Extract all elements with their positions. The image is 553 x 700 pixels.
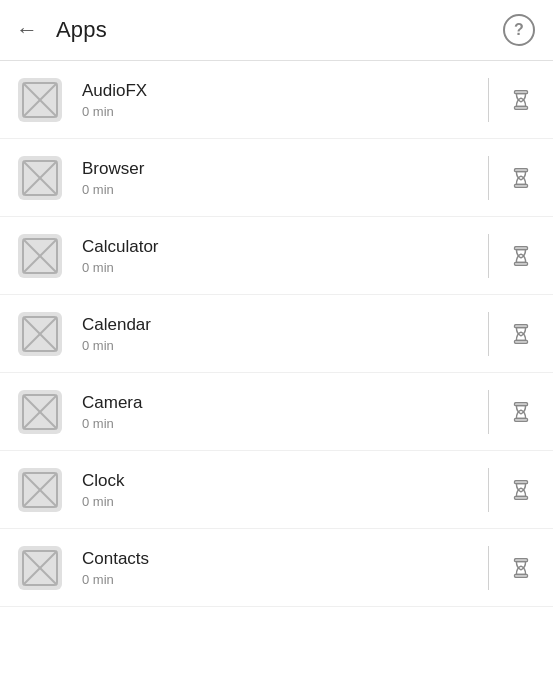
app-info: Contacts 0 min [82, 549, 470, 587]
app-time: 0 min [82, 338, 470, 353]
app-name: Calendar [82, 315, 470, 335]
vertical-divider [488, 234, 489, 278]
app-icon [16, 544, 64, 592]
hourglass-button[interactable] [507, 89, 535, 111]
back-arrow-icon: ← [16, 19, 38, 41]
hourglass-icon [510, 167, 532, 189]
page-title: Apps [56, 17, 107, 43]
hourglass-icon [510, 89, 532, 111]
app-icon [16, 154, 64, 202]
help-icon: ? [514, 21, 524, 39]
hourglass-icon [510, 479, 532, 501]
app-time: 0 min [82, 572, 470, 587]
app-name: Camera [82, 393, 470, 413]
app-time: 0 min [82, 104, 470, 119]
app-list-item[interactable]: Camera 0 min [0, 373, 553, 451]
app-info: Calculator 0 min [82, 237, 470, 275]
vertical-divider [488, 546, 489, 590]
app-list-item[interactable]: AudioFX 0 min [0, 61, 553, 139]
app-name: Clock [82, 471, 470, 491]
header-left: ← Apps [12, 15, 107, 45]
header: ← Apps ? [0, 0, 553, 61]
hourglass-button[interactable] [507, 401, 535, 423]
app-icon [16, 310, 64, 358]
app-list: AudioFX 0 min [0, 61, 553, 607]
app-icon [16, 388, 64, 436]
app-time: 0 min [82, 260, 470, 275]
app-info: Calendar 0 min [82, 315, 470, 353]
app-list-item[interactable]: Contacts 0 min [0, 529, 553, 607]
hourglass-button[interactable] [507, 245, 535, 267]
hourglass-icon [510, 245, 532, 267]
app-info: Clock 0 min [82, 471, 470, 509]
hourglass-button[interactable] [507, 557, 535, 579]
vertical-divider [488, 390, 489, 434]
hourglass-button[interactable] [507, 323, 535, 345]
app-list-item[interactable]: Clock 0 min [0, 451, 553, 529]
vertical-divider [488, 468, 489, 512]
app-name: Contacts [82, 549, 470, 569]
app-info: Browser 0 min [82, 159, 470, 197]
app-icon [16, 232, 64, 280]
back-button[interactable]: ← [12, 15, 42, 45]
app-time: 0 min [82, 182, 470, 197]
app-time: 0 min [82, 494, 470, 509]
app-time: 0 min [82, 416, 470, 431]
app-name: Browser [82, 159, 470, 179]
app-list-item[interactable]: Calendar 0 min [0, 295, 553, 373]
app-icon [16, 466, 64, 514]
vertical-divider [488, 78, 489, 122]
app-name: AudioFX [82, 81, 470, 101]
vertical-divider [488, 312, 489, 356]
app-icon [16, 76, 64, 124]
app-list-item[interactable]: Browser 0 min [0, 139, 553, 217]
app-info: Camera 0 min [82, 393, 470, 431]
help-button[interactable]: ? [503, 14, 535, 46]
hourglass-icon [510, 557, 532, 579]
app-info: AudioFX 0 min [82, 81, 470, 119]
vertical-divider [488, 156, 489, 200]
app-list-item[interactable]: Calculator 0 min [0, 217, 553, 295]
app-name: Calculator [82, 237, 470, 257]
hourglass-icon [510, 323, 532, 345]
hourglass-button[interactable] [507, 167, 535, 189]
hourglass-icon [510, 401, 532, 423]
hourglass-button[interactable] [507, 479, 535, 501]
